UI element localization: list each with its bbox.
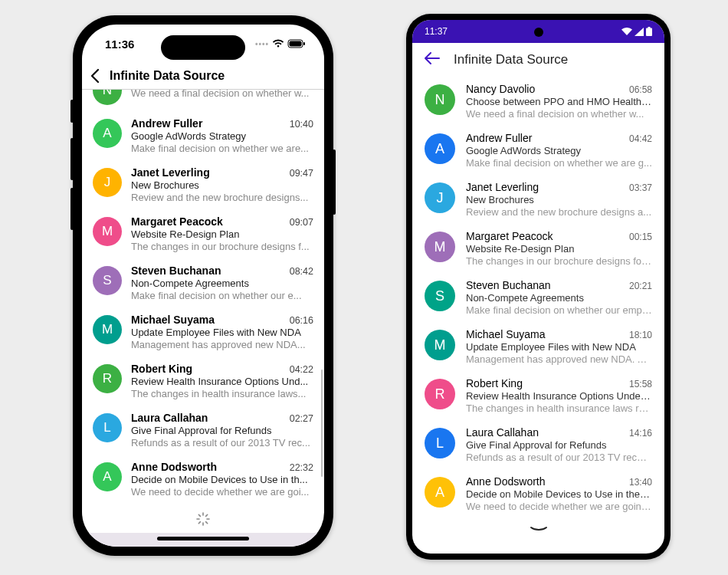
sender-name: Robert King	[466, 377, 623, 389]
time-label: 10:40	[290, 119, 313, 130]
avatar: A	[93, 462, 122, 491]
time-label: 20:21	[629, 281, 652, 291]
list-item[interactable]: RRobert King04:22Review Health Insurance…	[82, 356, 324, 406]
avatar: S	[425, 281, 455, 311]
preview-text: The changes in health insurance laws re.…	[466, 402, 652, 414]
sender-name: Laura Callahan	[466, 426, 623, 439]
list-item[interactable]: NNancy Davolio06:58Choose between PPO an…	[412, 77, 664, 126]
subject-line: Review Health Insurance Options Und...	[131, 376, 313, 387]
list-item[interactable]: SSteven Buchanan08:42Non-Compete Agreeme…	[82, 258, 324, 307]
avatar: A	[425, 133, 455, 164]
list-item[interactable]: RRobert King15:58Review Health Insurance…	[412, 371, 664, 420]
sender-name: Michael Suyama	[466, 328, 623, 340]
list-item[interactable]: JJanet Leverling09:47New BrochuresReview…	[82, 160, 324, 209]
svg-rect-11	[646, 28, 652, 37]
sender-name: Andrew Fuller	[131, 117, 284, 130]
ios-message-list[interactable]: NChoose between PPO and HMO Healt...We n…	[82, 90, 324, 504]
back-button[interactable]	[425, 52, 440, 67]
preview-text: Management has approved new NDA...	[131, 339, 313, 350]
time-label: 08:42	[290, 266, 313, 277]
preview-text: Make final decision on whether our empl.…	[466, 304, 652, 316]
sender-name: Anne Dodsworth	[466, 475, 623, 488]
sender-name: Steven Buchanan	[131, 264, 284, 277]
svg-rect-2	[303, 42, 305, 45]
list-item[interactable]: LLaura Callahan02:27Give Final Approval …	[82, 406, 324, 455]
sender-name: Steven Buchanan	[466, 279, 623, 291]
preview-text: We need a final decision on whether w...	[466, 108, 652, 120]
list-item[interactable]: AAnne Dodsworth22:32Decide on Mobile Dev…	[82, 455, 324, 504]
android-nav-bar: Infinite Data Source	[412, 43, 664, 77]
subject-line: Google AdWords Strategy	[466, 145, 652, 156]
ios-nav-bar: Infinite Data Source	[82, 63, 324, 90]
avatar: N	[425, 84, 455, 115]
page-title: Infinite Data Source	[454, 52, 568, 67]
sender-name: Andrew Fuller	[466, 132, 623, 144]
dynamic-island	[161, 35, 245, 60]
svg-line-8	[206, 522, 208, 524]
home-indicator[interactable]	[157, 537, 249, 540]
list-item[interactable]: MMichael Suyama06:16Update Employee File…	[82, 307, 324, 356]
cellular-dots-icon: ••••	[255, 40, 269, 48]
scrollbar[interactable]	[321, 370, 323, 477]
avatar: L	[93, 413, 122, 442]
preview-text: Make final decision on whether we are g.…	[466, 157, 652, 169]
time-label: 02:27	[290, 413, 313, 424]
subject-line: Update Employee Files with New NDA	[131, 327, 313, 338]
avatar: J	[425, 182, 455, 213]
avatar: M	[93, 315, 122, 344]
list-item[interactable]: MMargaret Peacock00:15Website Re-Design …	[412, 224, 664, 273]
time-label: 18:10	[629, 330, 652, 340]
svg-rect-1	[290, 41, 302, 47]
sender-name: Margaret Peacock	[131, 215, 284, 228]
avatar: M	[93, 217, 122, 246]
front-camera	[534, 28, 543, 37]
list-item[interactable]: AAndrew Fuller10:40Google AdWords Strate…	[82, 111, 324, 160]
list-item[interactable]: SSteven Buchanan20:21Non-Compete Agreeme…	[412, 273, 664, 322]
subject-line: Google AdWords Strategy	[131, 130, 313, 142]
subject-line: Decide on Mobile Devices to Use in the F…	[466, 488, 652, 500]
avatar: J	[93, 168, 122, 197]
time-label: 09:47	[290, 168, 313, 179]
cellular-icon	[635, 28, 644, 36]
subject-line: Non-Compete Agreements	[466, 292, 652, 304]
list-item[interactable]: AAndrew Fuller04:42Google AdWords Strate…	[412, 126, 664, 175]
preview-text: Review and the new brochure designs...	[131, 192, 313, 203]
avatar: R	[425, 379, 455, 409]
preview-text: Management has approved new NDA. Al...	[466, 353, 652, 365]
preview-text: The changes in our brochure designs f...	[131, 241, 313, 252]
subject-line: Give Final Approval for Refunds	[466, 439, 652, 451]
iphone-frame: 11:36 •••• Infinite Data Source NChoose …	[73, 15, 333, 556]
wifi-icon	[621, 28, 632, 36]
time-label: 14:16	[629, 428, 652, 439]
preview-text: Review and the new brochure designs a...	[466, 206, 652, 218]
back-button[interactable]	[90, 68, 100, 84]
subject-line: Non-Compete Agreements	[131, 278, 313, 289]
preview-text: Refunds as a result of our 2013 TV rec..…	[131, 437, 313, 449]
avatar: A	[93, 119, 122, 148]
sender-name: Robert King	[131, 363, 284, 375]
list-item[interactable]: MMargaret Peacock09:07Website Re-Design …	[82, 209, 324, 258]
avatar: L	[425, 428, 455, 458]
subject-line: Decide on Mobile Devices to Use in th...	[131, 474, 313, 485]
list-item[interactable]: JJanet Leverling03:37New BrochuresReview…	[412, 175, 664, 224]
list-item[interactable]: NChoose between PPO and HMO Healt...We n…	[82, 90, 324, 111]
svg-rect-12	[648, 27, 651, 28]
subject-line: Give Final Approval for Refunds	[131, 425, 313, 436]
battery-icon	[646, 27, 652, 36]
time-label: 06:16	[290, 315, 313, 326]
list-item[interactable]: AAnne Dodsworth13:40Decide on Mobile Dev…	[412, 469, 664, 518]
preview-text: We need a final decision on whether w...	[131, 90, 313, 99]
android-message-list[interactable]: NNancy Davolio06:58Choose between PPO an…	[412, 77, 664, 518]
list-item[interactable]: MMichael Suyama18:10Update Employee File…	[412, 322, 664, 371]
preview-text: We need to decide whether we are goi...	[131, 486, 313, 498]
sender-name: Nancy Davolio	[466, 83, 623, 95]
status-time: 11:37	[425, 26, 448, 37]
preview-text: Refunds as a result of our 2013 TV recal…	[466, 452, 652, 463]
list-item[interactable]: LLaura Callahan14:16Give Final Approval …	[412, 420, 664, 469]
sender-name: Michael Suyama	[131, 314, 284, 326]
subject-line: New Brochures	[131, 179, 313, 191]
sender-name: Janet Leverling	[466, 181, 623, 193]
android-frame: 11:37 Infinite Data Source NNancy Davoli…	[406, 14, 671, 560]
svg-line-9	[198, 522, 200, 524]
loading-spinner-icon	[82, 504, 324, 527]
